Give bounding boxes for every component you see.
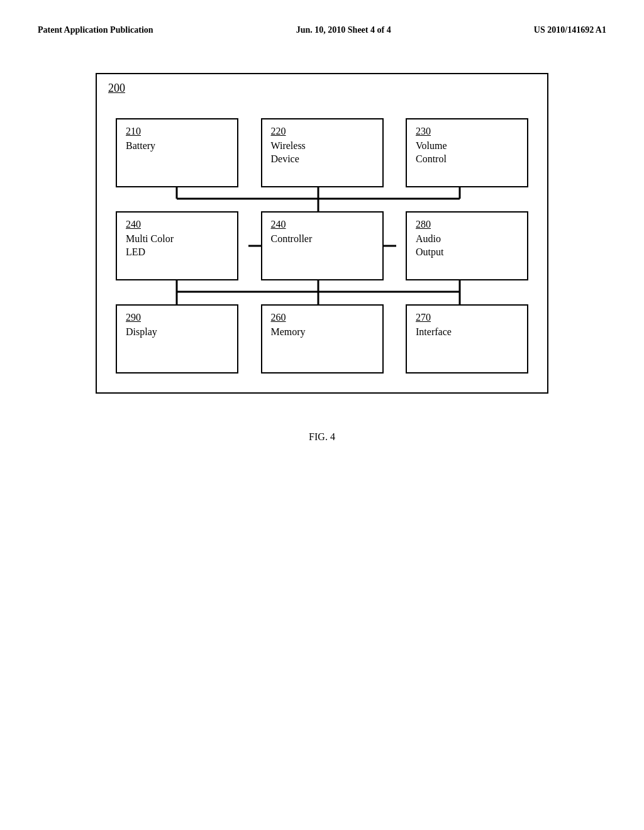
connector-left-240b	[248, 245, 262, 247]
block-230-num: 230	[416, 126, 518, 137]
connector-row1-row2	[116, 187, 528, 211]
block-280-num: 280	[416, 219, 518, 230]
block-240b-num: 240	[271, 219, 374, 230]
block-290: 290 Display	[116, 304, 238, 374]
figure-caption: FIG. 4	[38, 431, 606, 443]
header-left: Patent Application Publication	[38, 25, 153, 35]
block-270: 270 Interface	[406, 304, 528, 374]
connector-svg-1	[116, 187, 528, 211]
block-260: 260 Memory	[261, 304, 384, 374]
header-center: Jun. 10, 2010 Sheet 4 of 4	[296, 25, 391, 35]
block-220-label: WirelessDevice	[271, 140, 306, 164]
block-240a-label: Multi ColorLED	[126, 233, 174, 257]
block-260-label: Memory	[271, 326, 306, 337]
block-210: 210 Battery	[116, 118, 238, 187]
page: Patent Application Publication Jun. 10, …	[0, 0, 644, 830]
page-header: Patent Application Publication Jun. 10, …	[38, 25, 606, 35]
outer-box-label: 200	[108, 82, 125, 95]
block-240a: 240 Multi ColorLED	[116, 211, 238, 280]
block-260-num: 260	[271, 312, 374, 323]
block-280-label: AudioOutput	[416, 233, 443, 257]
block-240a-num: 240	[126, 219, 228, 230]
block-290-num: 290	[126, 312, 228, 323]
block-210-label: Battery	[126, 140, 155, 151]
connector-svg-2	[116, 280, 528, 304]
block-290-label: Display	[126, 326, 157, 337]
block-230: 230 VolumeControl	[406, 118, 528, 187]
block-220-num: 220	[271, 126, 374, 137]
block-270-num: 270	[416, 312, 518, 323]
block-240b: 240 Controller	[261, 211, 384, 280]
header-right: US 2010/141692 A1	[534, 25, 606, 35]
diagram-container: 200 210 Battery 220 WirelessDevice 230 V…	[38, 73, 606, 394]
block-220: 220 WirelessDevice	[261, 118, 384, 187]
connector-row2-row3	[116, 280, 528, 304]
figure-caption-text: FIG. 4	[309, 431, 335, 442]
block-210-num: 210	[126, 126, 228, 137]
connector-right-240b	[382, 245, 396, 247]
row-1: 210 Battery 220 WirelessDevice 230 Volum…	[116, 118, 528, 187]
block-240b-label: Controller	[271, 233, 313, 244]
row-2: 240 Multi ColorLED 240 Controller 280 Au…	[116, 211, 528, 280]
row-3: 290 Display 260 Memory 270 Interface	[116, 304, 528, 374]
block-270-label: Interface	[416, 326, 452, 337]
block-280: 280 AudioOutput	[406, 211, 528, 280]
block-230-label: VolumeControl	[416, 140, 447, 164]
outer-box-200: 200 210 Battery 220 WirelessDevice 230 V…	[96, 73, 548, 394]
